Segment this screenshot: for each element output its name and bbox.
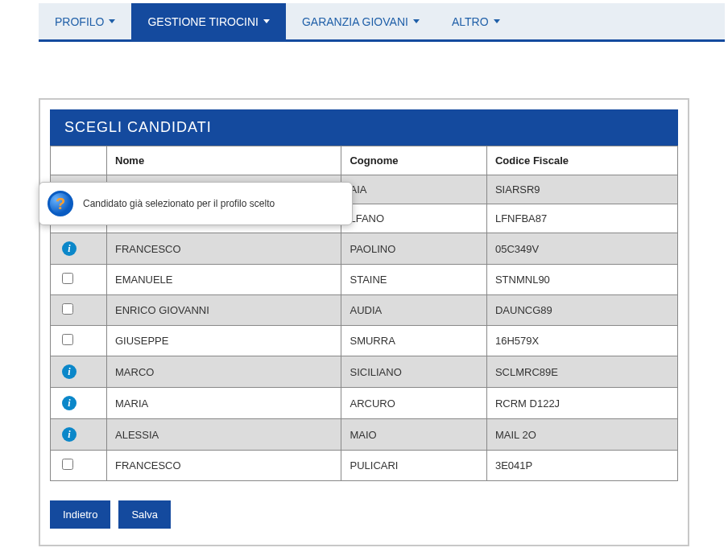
cell-select (51, 356, 107, 388)
cell-select (51, 233, 107, 265)
candidates-panel: SCEGLI CANDIDATI Nome Cognome Codice Fis… (39, 98, 689, 546)
cell-cf: 3E041P (486, 451, 677, 481)
col-nome: Nome (107, 146, 341, 175)
cell-select (51, 451, 107, 481)
select-checkbox[interactable] (62, 303, 73, 315)
table-row: ALESSIAMAIOMAIL 2O (51, 419, 678, 451)
info-icon[interactable] (62, 241, 77, 256)
cell-cognome: SMURRA (341, 326, 486, 356)
chevron-down-icon (263, 19, 270, 23)
table-row: FRANCESCOPULICARI3E041P (51, 451, 678, 481)
nav-label: GESTIONE TIROCINI (147, 15, 258, 28)
table-row: MARCOSICILIANOSCLMRC89E (51, 356, 678, 388)
table-row: EMANUELESTAINESTNMNL90 (51, 265, 678, 295)
cell-nome: MARIA (107, 388, 341, 419)
cell-cf: MAIL 2O (486, 419, 677, 451)
table-row: MARIAARCURORCRM D122J (51, 388, 678, 419)
cell-cf: SCLMRC89E (486, 356, 677, 388)
col-select (51, 146, 107, 175)
cell-cf: 05C349V (486, 233, 677, 265)
cell-cognome: LFANO (341, 204, 486, 233)
cell-cf: STNMNL90 (486, 265, 677, 295)
cell-cognome: PULICARI (341, 451, 486, 481)
info-icon[interactable] (62, 427, 77, 442)
cell-cognome: PAOLINO (341, 233, 486, 265)
select-checkbox[interactable] (62, 273, 73, 284)
cell-cf: RCRM D122J (486, 388, 677, 419)
nav-label: ALTRO (452, 15, 489, 28)
select-checkbox[interactable] (62, 459, 73, 470)
cell-select (51, 419, 107, 451)
table-row: FRANCESCOPAOLINO05C349V (51, 233, 678, 265)
nav-garanzia-giovani[interactable]: GARANZIA GIOVANI (286, 3, 436, 39)
nav-label: PROFILO (55, 15, 104, 28)
question-icon: ? (48, 191, 73, 216)
tooltip-popup: ? Candidato già selezionato per il profi… (39, 182, 353, 225)
cell-select (51, 265, 107, 295)
col-cf: Codice Fiscale (486, 146, 677, 175)
tooltip-text: Candidato già selezionato per il profilo… (83, 198, 275, 209)
cell-nome: ENRICO GIOVANNI (107, 295, 341, 326)
chevron-down-icon (109, 19, 115, 23)
nav-profilo[interactable]: PROFILO (39, 3, 131, 39)
chevron-down-icon (413, 19, 420, 23)
nav-gestione-tirocini[interactable]: GESTIONE TIROCINI (131, 3, 285, 39)
save-button[interactable]: Salva (118, 500, 171, 529)
cell-cf: DAUNCG89 (486, 295, 677, 326)
info-icon[interactable] (62, 364, 77, 379)
cell-nome: GIUSEPPE (107, 326, 341, 356)
back-button[interactable]: Indietro (50, 500, 110, 529)
cell-cf: 16H579X (486, 326, 677, 356)
cell-select (51, 326, 107, 356)
cell-cognome: SICILIANO (341, 356, 486, 388)
cell-cf: SIARSR9 (486, 175, 677, 204)
cell-select (51, 388, 107, 419)
button-row: Indietro Salva (50, 500, 678, 529)
main-navbar: PROFILO GESTIONE TIROCINI GARANZIA GIOVA… (39, 3, 725, 42)
cell-nome: FRANCESCO (107, 233, 341, 265)
info-icon[interactable] (62, 396, 77, 410)
cell-cognome: STAINE (341, 265, 486, 295)
cell-cognome: AUDIA (341, 295, 486, 326)
nav-altro[interactable]: ALTRO (436, 3, 516, 39)
cell-cognome: AIA (341, 175, 486, 204)
chevron-down-icon (494, 19, 500, 23)
cell-nome: ALESSIA (107, 419, 341, 451)
table-row: GIUSEPPESMURRA16H579X (51, 326, 678, 356)
cell-cognome: MAIO (341, 419, 486, 451)
select-checkbox[interactable] (62, 334, 73, 345)
panel-title: SCEGLI CANDIDATI (50, 109, 678, 146)
cell-cf: LFNFBA87 (486, 204, 677, 233)
nav-label: GARANZIA GIOVANI (302, 15, 408, 28)
cell-nome: MARCO (107, 356, 341, 388)
table-row: ENRICO GIOVANNIAUDIADAUNCG89 (51, 295, 678, 326)
cell-nome: EMANUELE (107, 265, 341, 295)
cell-select (51, 295, 107, 326)
cell-nome: FRANCESCO (107, 451, 341, 481)
cell-cognome: ARCURO (341, 388, 486, 419)
col-cognome: Cognome (341, 146, 486, 175)
